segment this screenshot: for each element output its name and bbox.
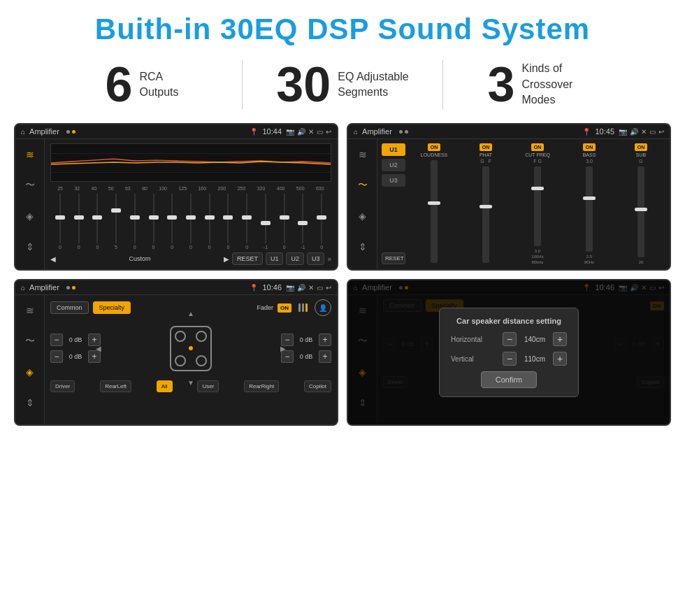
stat-eq-text: EQ AdjustableSegments xyxy=(338,69,408,101)
car-left-arrow[interactable]: ◀ xyxy=(96,345,101,352)
eq-slider-100[interactable]: 0 xyxy=(164,194,180,250)
vertical-minus-btn[interactable]: − xyxy=(503,352,517,366)
fader-settings-icon[interactable]: 👤 xyxy=(315,299,331,316)
vol2-plus-btn[interactable]: + xyxy=(88,350,101,363)
back-icon[interactable]: ↩ xyxy=(326,128,331,136)
vol4-plus-btn[interactable]: + xyxy=(319,350,331,363)
eq-sidebar-eq[interactable]: ≋ xyxy=(20,145,40,164)
cross-sidebar-arrows[interactable]: ⇕ xyxy=(353,237,373,257)
cross-sidebar-eq[interactable]: ≋ xyxy=(353,145,373,164)
fader-sidebar-eq[interactable]: ≋ xyxy=(20,301,40,320)
eq-slider-125[interactable]: 0 xyxy=(182,194,199,250)
horizontal-minus-btn[interactable]: − xyxy=(503,332,517,346)
eq-u3-btn[interactable]: U3 xyxy=(307,252,325,265)
rear-left-btn[interactable]: RearLeft xyxy=(100,380,131,392)
eq-u1-btn[interactable]: U1 xyxy=(266,252,284,265)
cross-channel-controls: ON LOUDNESS ON PHAT G F xyxy=(410,143,665,264)
eq-slider-400[interactable]: 0 xyxy=(276,194,293,250)
eq-slider-160[interactable]: 0 xyxy=(201,194,218,250)
horizontal-value: 140cm xyxy=(521,336,549,343)
vol2-minus-btn[interactable]: − xyxy=(50,350,63,363)
vol1-minus-btn[interactable]: − xyxy=(50,334,63,346)
car-right-arrow[interactable]: ▶ xyxy=(280,345,286,352)
eq-slider-80[interactable]: 0 xyxy=(145,194,162,250)
driver-btn[interactable]: Driver xyxy=(50,380,75,392)
fader-on-badge[interactable]: ON xyxy=(277,303,291,313)
cross-phat-slider[interactable] xyxy=(482,166,489,263)
cross-sidebar-wave[interactable]: 〜 xyxy=(353,176,373,195)
eq-slider-32[interactable]: 0 xyxy=(71,194,87,250)
eq-graph xyxy=(50,143,331,182)
cross-sub-slider[interactable] xyxy=(637,166,644,257)
eq-slider-40[interactable]: 0 xyxy=(89,194,106,250)
eq-more-icon[interactable]: » xyxy=(327,255,331,263)
eq-slider-320[interactable]: -1 xyxy=(257,194,274,250)
horizontal-plus-btn[interactable]: + xyxy=(553,332,567,346)
horizontal-row: Horizontal − 140cm + xyxy=(451,332,567,346)
user-btn[interactable]: User xyxy=(197,380,219,392)
eq-sidebar-arrows[interactable]: ⇕ xyxy=(20,237,40,257)
stats-row: 6 RCAOutputs 30 EQ AdjustableSegments 3 … xyxy=(0,53,685,123)
home-icon[interactable]: ⌂ xyxy=(21,128,25,136)
cross-cutfreq-toggle[interactable]: ON xyxy=(531,143,545,151)
eq-sidebar-wave[interactable]: 〜 xyxy=(20,176,40,195)
vol3-value: 0 dB xyxy=(296,336,316,343)
vol-row-1: − 0 dB + xyxy=(50,334,101,346)
vertical-value: 110cm xyxy=(521,355,549,363)
cross-back-icon[interactable]: ↩ xyxy=(658,128,664,136)
eq-next-arrow[interactable]: ▶ xyxy=(224,255,229,263)
fader-vol-icon: 🔊 xyxy=(297,284,305,292)
cross-phat-toggle[interactable]: ON xyxy=(480,143,493,151)
eq-screen: ⌂ Amplifier 📍 10:44 📷 🔊 ✕ ▭ ↩ ≋ 〜 ◈ xyxy=(14,123,338,271)
volume-icon: 🔊 xyxy=(297,128,305,136)
eq-status-bar: ⌂ Amplifier 📍 10:44 📷 🔊 ✕ ▭ ↩ xyxy=(15,124,337,139)
eq-slider-63[interactable]: 0 xyxy=(127,194,143,250)
fader-sidebar-arrows[interactable]: ⇕ xyxy=(20,393,40,413)
fader-back-icon[interactable]: ↩ xyxy=(326,284,331,292)
car-up-arrow[interactable]: ▲ xyxy=(187,310,194,317)
camera-icon: 📷 xyxy=(286,128,294,136)
fader-status-bar: ⌂ Amplifier 📍 10:46 📷 🔊 ✕ ▭ ↩ xyxy=(15,280,337,295)
cross-cutfreq-slider[interactable] xyxy=(534,166,541,246)
eq-sidebar-speaker[interactable]: ◈ xyxy=(20,206,40,226)
all-btn[interactable]: All xyxy=(157,380,173,392)
eq-slider-25[interactable]: 0 xyxy=(52,194,68,250)
car-down-arrow[interactable]: ▼ xyxy=(187,379,194,387)
eq-u2-btn[interactable]: U2 xyxy=(286,252,304,265)
cross-home-icon[interactable]: ⌂ xyxy=(354,128,358,136)
fader-sidebar-speaker[interactable]: ◈ xyxy=(20,362,40,382)
eq-prev-arrow[interactable]: ◀ xyxy=(50,255,56,263)
car-diagram-row: − 0 dB + − 0 dB + xyxy=(50,320,331,376)
confirm-button[interactable]: Confirm xyxy=(481,371,538,388)
cross-bass-slider[interactable] xyxy=(586,166,593,252)
stat-crossover-number: 3 xyxy=(488,60,515,109)
eq-reset-btn[interactable]: RESET xyxy=(232,252,263,265)
specialty-tab-btn[interactable]: Specialty xyxy=(93,301,131,314)
rear-right-btn[interactable]: RearRight xyxy=(244,380,279,392)
eq-slider-630[interactable]: 0 xyxy=(313,194,330,250)
vertical-plus-btn[interactable]: + xyxy=(553,352,567,366)
eq-slider-250[interactable]: 0 xyxy=(238,194,255,250)
close-icon: ✕ xyxy=(308,128,314,136)
cross-sub-toggle[interactable]: ON xyxy=(635,143,648,151)
eq-slider-500[interactable]: -1 xyxy=(295,194,312,250)
vol4-minus-btn[interactable]: − xyxy=(281,350,294,363)
vol3-plus-btn[interactable]: + xyxy=(319,334,331,346)
copilot-btn[interactable]: Copilot xyxy=(304,380,331,392)
cross-loudness-toggle[interactable]: ON xyxy=(428,143,441,151)
car-center xyxy=(189,346,193,350)
fader-sidebar-wave[interactable]: 〜 xyxy=(20,331,40,351)
crossover-screen: ⌂ Amplifier 📍 10:45 📷 🔊 ✕ ▭ ↩ ≋ 〜 ◈ ⇕ xyxy=(347,123,671,271)
cross-loudness-slider[interactable] xyxy=(431,160,438,263)
cross-reset-btn[interactable]: RESET xyxy=(382,252,405,264)
cross-u2-btn[interactable]: U2 xyxy=(382,159,405,171)
fader-home-icon[interactable]: ⌂ xyxy=(21,284,25,292)
cross-bass-toggle[interactable]: ON xyxy=(583,143,596,151)
cross-sidebar-speaker[interactable]: ◈ xyxy=(353,206,373,226)
common-tab-btn[interactable]: Common xyxy=(50,301,89,314)
eq-slider-50[interactable]: 5 xyxy=(108,194,124,250)
eq-slider-200[interactable]: 0 xyxy=(220,194,237,250)
cross-u1-btn[interactable]: U1 xyxy=(382,143,405,156)
vol1-value: 0 dB xyxy=(66,336,85,343)
cross-u3-btn[interactable]: U3 xyxy=(382,174,405,187)
